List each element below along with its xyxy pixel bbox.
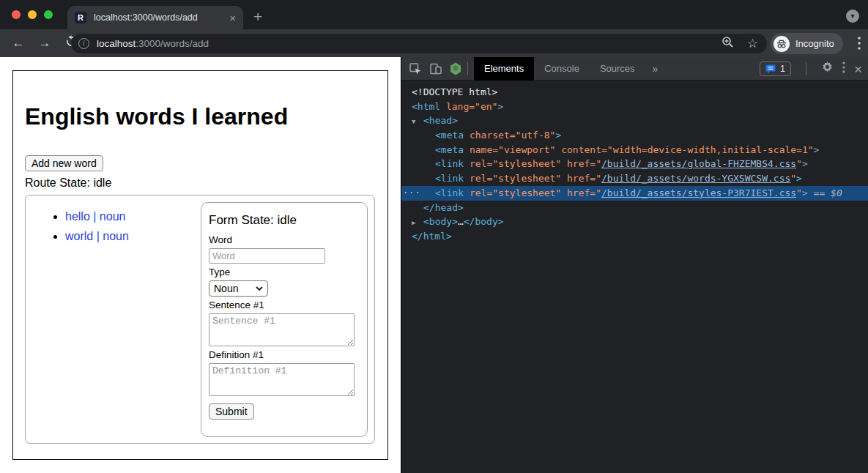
issues-count: 1 (780, 64, 785, 74)
page-container: English words I learned Add new word Rou… (12, 70, 388, 460)
window-fullscreen-button[interactable] (44, 10, 53, 19)
web-page: English words I learned Add new word Rou… (0, 57, 401, 473)
forward-icon[interactable]: → (37, 36, 53, 51)
add-word-form: Form State: idle Word Type Noun Sentence… (201, 202, 368, 437)
incognito-icon (774, 36, 790, 52)
type-select-value: Noun (214, 283, 256, 294)
submit-button[interactable]: Submit (209, 403, 254, 420)
definition-textarea[interactable] (209, 363, 355, 396)
tab-sources[interactable]: Sources (590, 57, 645, 81)
word-link-hello[interactable]: hello | noun (65, 210, 125, 223)
devtools-menu-icon[interactable] (842, 62, 845, 76)
list-item: world | noun (65, 230, 129, 243)
devtools-close-icon[interactable]: × (854, 62, 862, 76)
back-icon[interactable]: ← (10, 36, 26, 51)
incognito-label: Incognito (795, 38, 834, 49)
tab-title: localhost:3000/words/add (94, 12, 225, 23)
code-line[interactable]: <meta name="viewport" content="width=dev… (401, 143, 868, 157)
node-devtools-icon[interactable] (450, 62, 461, 75)
type-select[interactable]: Noun (209, 280, 268, 297)
browser-tab[interactable]: R localhost:3000/words/add × (67, 6, 243, 29)
devtools-panel: Elements Console Sources » 1 × <!DOCTYPE… (401, 57, 868, 473)
url-text: localhost:3000/words/add (97, 38, 209, 49)
list-item: hello | noun (65, 210, 129, 223)
line-gutter-dots: ··· (403, 186, 421, 201)
device-toolbar-icon[interactable] (429, 62, 442, 75)
bookmark-star-icon[interactable]: ☆ (747, 36, 758, 51)
tab-console[interactable]: Console (534, 57, 590, 81)
dom-tree: <!DOCTYPE html><html lang="en">▼<head><m… (401, 81, 868, 473)
code-line[interactable]: <html lang="en"> (401, 100, 868, 114)
word-list: hello | noun world | noun (43, 210, 129, 250)
toolbar-divider (806, 62, 806, 75)
remix-favicon-icon: R (75, 12, 86, 23)
sentence-textarea[interactable] (209, 313, 355, 346)
chevron-down-icon (256, 286, 263, 291)
tab-search-chevron-icon[interactable]: ▾ (846, 10, 859, 23)
sentence-label: Sentence #1 (209, 299, 360, 310)
code-line[interactable]: <meta charset="utf-8"> (401, 128, 868, 143)
word-label: Word (209, 234, 360, 245)
code-line[interactable]: <link rel="stylesheet" href="/build/_ass… (401, 157, 868, 171)
address-bar[interactable]: i localhost:3000/words/add ☆ (71, 34, 767, 53)
zoom-icon[interactable] (722, 36, 734, 51)
tab-elements[interactable]: Elements (474, 57, 534, 81)
browser-menu-icon[interactable] (858, 37, 861, 53)
word-link-world[interactable]: world | noun (65, 230, 129, 242)
tab-close-icon[interactable]: × (229, 12, 236, 24)
settings-gear-icon[interactable] (821, 62, 834, 77)
route-state-text: Route State: idle (25, 176, 376, 190)
code-line[interactable]: <link rel="stylesheet" href="/build/_ass… (401, 171, 868, 186)
window-close-button[interactable] (12, 10, 21, 19)
more-tabs-icon[interactable]: » (645, 63, 666, 75)
words-card: hello | noun world | noun Form State: id… (25, 195, 375, 444)
code-line[interactable]: </head> (401, 201, 868, 215)
code-line[interactable]: ▼<head> (401, 113, 868, 128)
code-line[interactable]: <!DOCTYPE html> (401, 85, 868, 100)
issues-bubble-icon (765, 64, 776, 74)
add-new-word-button[interactable]: Add new word (25, 155, 103, 171)
toolbar-divider (467, 62, 468, 75)
code-line[interactable]: </html> (401, 229, 868, 244)
code-line[interactable]: ···<link rel="stylesheet" href="/build/_… (401, 186, 868, 201)
issues-badge[interactable]: 1 (760, 62, 791, 76)
inspect-element-icon[interactable] (409, 62, 422, 75)
code-line[interactable]: ▶<body>…</body> (401, 215, 868, 229)
definition-label: Definition #1 (209, 349, 360, 360)
devtools-toolbar: Elements Console Sources » 1 × (401, 57, 868, 81)
new-tab-button[interactable]: + (253, 6, 262, 28)
type-label: Type (209, 267, 360, 278)
site-info-icon[interactable]: i (78, 38, 89, 49)
window-minimize-button[interactable] (28, 10, 37, 19)
form-state-text: Form State: idle (209, 213, 360, 228)
incognito-badge: Incognito (771, 33, 843, 54)
word-input[interactable] (209, 248, 325, 264)
page-title: English words I learned (25, 103, 376, 130)
tab-strip: R localhost:3000/words/add × + ▾ (0, 0, 868, 29)
browser-toolbar: ← → i localhost:3000/words/add ☆ Incogni… (0, 29, 868, 57)
